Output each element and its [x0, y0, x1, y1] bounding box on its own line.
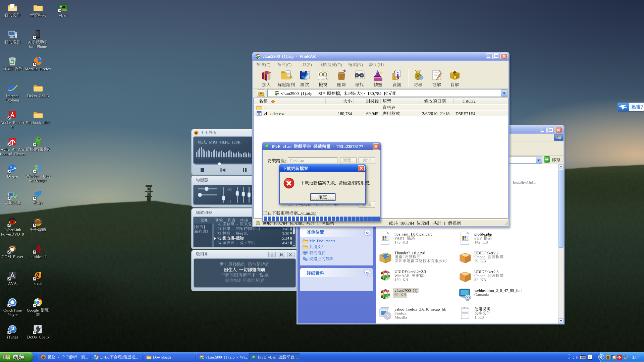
- svg-text:?: ?: [589, 355, 591, 359]
